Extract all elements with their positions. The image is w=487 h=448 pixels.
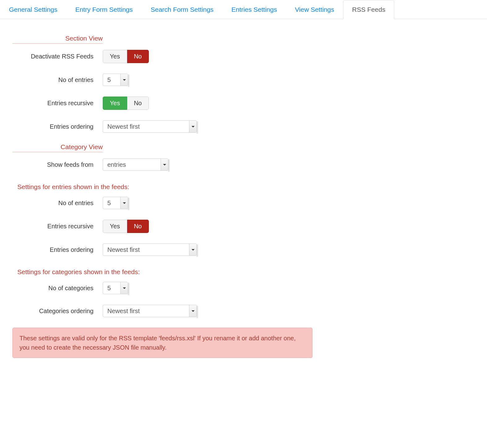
tab-general-settings[interactable]: General Settings	[0, 0, 66, 19]
select-show-feeds-from[interactable]: entries	[103, 158, 168, 171]
tab-view-settings[interactable]: View Settings	[286, 0, 343, 19]
select-no-entries-section-wrap: 5	[103, 74, 128, 86]
label-no-entries-section: No of entries	[12, 76, 103, 84]
select-no-entries-category-wrap: 5	[103, 197, 128, 209]
toggle-recursive-section: Yes No	[103, 97, 149, 110]
tab-entries-settings[interactable]: Entries Settings	[222, 0, 286, 19]
row-no-entries-category: No of entries 5	[12, 197, 312, 209]
tab-rss-feeds[interactable]: RSS Feeds	[343, 0, 394, 19]
recursive-category-yes[interactable]: Yes	[103, 220, 127, 233]
select-ordering-section-wrap: Newest first	[103, 120, 197, 133]
select-no-categories[interactable]: 5	[103, 282, 128, 294]
deactivate-rss-yes[interactable]: Yes	[103, 50, 127, 63]
alert-rss-template-note: These settings are valid only for the RS…	[12, 328, 312, 358]
rss-feeds-panel: Section View Deactivate RSS Feeds Yes No…	[0, 35, 325, 370]
row-no-entries-section: No of entries 5	[12, 74, 312, 86]
label-no-categories: No of categories	[12, 285, 103, 292]
select-no-entries-section[interactable]: 5	[103, 74, 128, 86]
row-deactivate-rss: Deactivate RSS Feeds Yes No	[12, 50, 312, 63]
label-ordering-section: Entries ordering	[12, 123, 103, 130]
select-cat-ordering[interactable]: Newest first	[103, 305, 197, 317]
label-ordering-category: Entries ordering	[12, 246, 103, 253]
select-no-entries-category[interactable]: 5	[103, 197, 128, 209]
row-no-categories: No of categories 5	[12, 282, 312, 294]
label-show-feeds-from: Show feeds from	[12, 161, 103, 168]
select-show-feeds-from-wrap: entries	[103, 158, 168, 171]
select-ordering-section[interactable]: Newest first	[103, 120, 197, 133]
label-cat-ordering: Categories ordering	[12, 308, 103, 315]
select-cat-ordering-wrap: Newest first	[103, 305, 197, 317]
select-ordering-category[interactable]: Newest first	[103, 243, 197, 256]
categories-feeds-subheader: Settings for categories shown in the fee…	[17, 268, 312, 276]
row-ordering-category: Entries ordering Newest first	[12, 243, 312, 256]
select-no-categories-wrap: 5	[103, 282, 128, 294]
tabs-nav: General Settings Entry Form Settings Sea…	[0, 0, 487, 19]
toggle-recursive-category: Yes No	[103, 220, 149, 233]
row-ordering-section: Entries ordering Newest first	[12, 120, 312, 133]
recursive-category-no[interactable]: No	[127, 220, 149, 233]
entries-feeds-subheader: Settings for entries shown in the feeds:	[17, 183, 312, 191]
tab-entry-form-settings[interactable]: Entry Form Settings	[66, 0, 142, 19]
row-show-feeds-from: Show feeds from entries	[12, 158, 312, 171]
row-recursive-category: Entries recursive Yes No	[12, 220, 312, 233]
row-cat-ordering: Categories ordering Newest first	[12, 305, 312, 317]
select-ordering-category-wrap: Newest first	[103, 243, 197, 256]
label-recursive-section: Entries recursive	[12, 100, 103, 107]
toggle-deactivate-rss: Yes No	[103, 50, 149, 63]
deactivate-rss-no[interactable]: No	[127, 50, 149, 63]
section-view-header: Section View	[12, 35, 103, 44]
label-recursive-category: Entries recursive	[12, 223, 103, 230]
recursive-section-no[interactable]: No	[127, 97, 149, 110]
tab-search-form-settings[interactable]: Search Form Settings	[142, 0, 222, 19]
label-no-entries-category: No of entries	[12, 200, 103, 207]
label-deactivate-rss: Deactivate RSS Feeds	[12, 53, 103, 60]
row-recursive-section: Entries recursive Yes No	[12, 97, 312, 110]
recursive-section-yes[interactable]: Yes	[103, 97, 127, 110]
category-view-header: Category View	[12, 143, 103, 152]
